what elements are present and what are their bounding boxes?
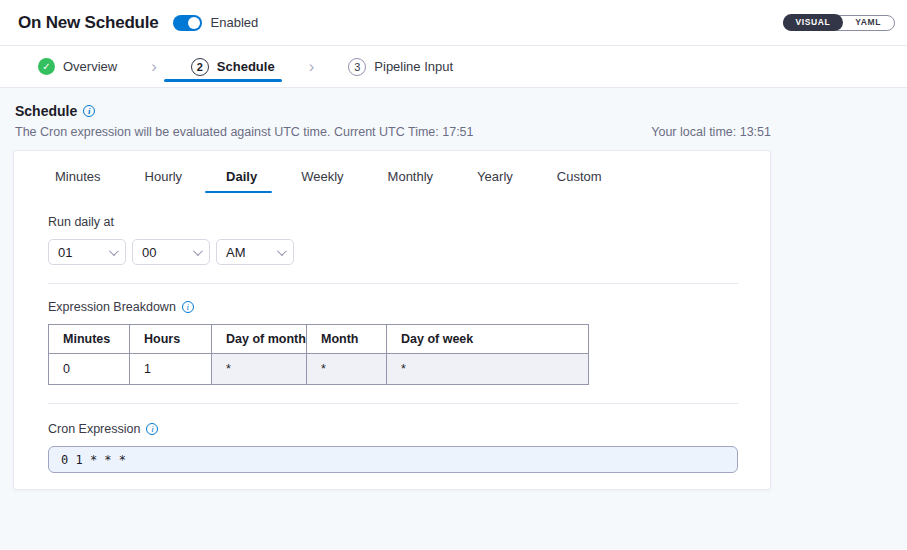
cell-day-of-month: * — [212, 354, 307, 385]
tab-custom[interactable]: Custom — [557, 169, 602, 193]
step-number-badge: 3 — [348, 58, 366, 76]
section-divider — [48, 283, 738, 284]
schedule-subheader-row: The Cron expression will be evaluated ag… — [13, 125, 771, 139]
header-day-of-month: Day of month — [212, 325, 307, 354]
tab-weekly[interactable]: Weekly — [301, 169, 343, 193]
page-header: On New Schedule Enabled VISUAL YAML — [0, 0, 907, 46]
wizard-stepper: ✓ Overview › 2 Schedule › 3 Pipeline Inp… — [0, 46, 907, 88]
tab-minutes[interactable]: Minutes — [55, 169, 101, 193]
hour-select[interactable]: 01 — [48, 239, 126, 265]
step-number-badge: 2 — [191, 58, 209, 76]
chevron-down-icon — [277, 246, 287, 256]
expression-breakdown-label: Expression Breakdown i — [48, 300, 750, 314]
expression-breakdown-table: Minutes Hours Day of month Month Day of … — [48, 324, 589, 385]
tab-monthly[interactable]: Monthly — [388, 169, 434, 193]
yaml-mode-button[interactable]: YAML — [842, 15, 894, 31]
cell-day-of-week: * — [387, 354, 589, 385]
cron-expression-text: Cron Expression — [48, 422, 140, 436]
table-value-row: 0 1 * * * — [49, 354, 589, 385]
enabled-toggle[interactable] — [173, 15, 202, 31]
expression-breakdown-text: Expression Breakdown — [48, 300, 176, 314]
page-title: On New Schedule — [18, 13, 159, 33]
header-month: Month — [307, 325, 387, 354]
chevron-down-icon — [109, 246, 119, 256]
header-minutes: Minutes — [49, 325, 130, 354]
minute-select[interactable]: 00 — [132, 239, 210, 265]
schedule-section-heading: Schedule i — [13, 103, 771, 119]
view-mode-toggle: VISUAL YAML — [783, 15, 895, 31]
cell-hours: 1 — [130, 354, 212, 385]
section-divider — [48, 403, 738, 404]
chevron-down-icon — [193, 246, 203, 256]
cell-minutes: 0 — [49, 354, 130, 385]
toggle-knob-icon — [188, 17, 200, 29]
step-pipeline-input[interactable]: 3 Pipeline Input — [348, 46, 453, 87]
utc-time-note: The Cron expression will be evaluated ag… — [15, 125, 474, 139]
tab-hourly[interactable]: Hourly — [145, 169, 183, 193]
minute-select-value: 00 — [142, 245, 193, 260]
info-icon[interactable]: i — [83, 105, 95, 117]
info-icon[interactable]: i — [146, 423, 158, 435]
local-time-label: Your local time: 13:51 — [651, 125, 771, 139]
schedule-heading-text: Schedule — [15, 103, 77, 119]
tab-daily[interactable]: Daily — [226, 169, 257, 193]
check-icon: ✓ — [38, 58, 55, 75]
schedule-card: Minutes Hourly Daily Weekly Monthly Year… — [13, 150, 771, 490]
cell-month: * — [307, 354, 387, 385]
tab-yearly[interactable]: Yearly — [477, 169, 513, 193]
step-overview-label: Overview — [63, 59, 117, 74]
schedule-type-tabs: Minutes Hourly Daily Weekly Monthly Year… — [48, 151, 750, 193]
visual-mode-button[interactable]: VISUAL — [783, 14, 844, 31]
ampm-select[interactable]: AM — [216, 239, 294, 265]
run-daily-label: Run daily at — [48, 215, 750, 229]
header-day-of-week: Day of week — [387, 325, 589, 354]
header-hours: Hours — [130, 325, 212, 354]
info-icon[interactable]: i — [182, 301, 194, 313]
step-overview[interactable]: ✓ Overview — [38, 46, 117, 87]
chevron-right-icon: › — [151, 58, 157, 75]
step-schedule-label: Schedule — [217, 59, 275, 74]
cron-expression-input[interactable] — [48, 446, 738, 473]
chevron-right-icon: › — [309, 58, 315, 75]
time-select-row: 01 00 AM — [48, 239, 750, 265]
step-pipeline-input-label: Pipeline Input — [374, 59, 453, 74]
content-area: Schedule i The Cron expression will be e… — [0, 88, 907, 549]
hour-select-value: 01 — [58, 245, 109, 260]
enabled-label: Enabled — [211, 15, 259, 30]
cron-expression-label: Cron Expression i — [48, 422, 750, 436]
table-header-row: Minutes Hours Day of month Month Day of … — [49, 325, 589, 354]
step-schedule[interactable]: 2 Schedule — [191, 46, 275, 87]
ampm-select-value: AM — [226, 245, 277, 260]
